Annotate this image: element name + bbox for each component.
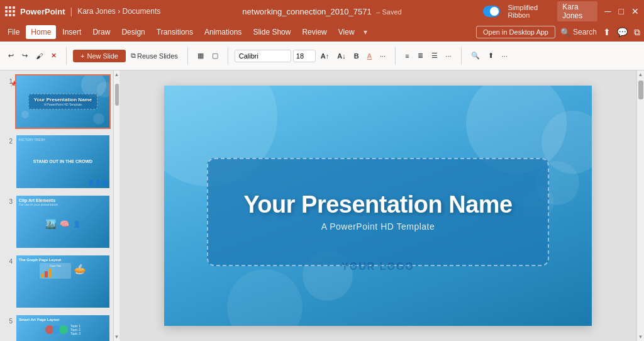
menu-item-insert[interactable]: Insert <box>57 25 86 39</box>
open-desktop-button[interactable]: Open in Desktop App <box>476 26 555 38</box>
slide-canvas[interactable]: Your Presentation Name A PowerPoint HD T… <box>164 86 592 327</box>
slide-4-number: 4 <box>4 254 13 265</box>
delete-button[interactable]: ✕ <box>48 50 60 62</box>
slide-3-thumb[interactable]: Clip Art Elements For use in your presen… <box>15 194 111 249</box>
menu-item-home[interactable]: Home <box>26 25 56 39</box>
ribbon-separator-4 <box>395 47 396 65</box>
slide-panel-scrollbar[interactable]: ▲ ▼ <box>113 70 119 341</box>
slide-4-bar-chart <box>41 269 70 277</box>
slide-5-preview: Smart Art Page Layout Topic 1Topic 2Topi… <box>16 315 109 341</box>
minimize-button[interactable]: ─ <box>605 6 611 16</box>
search-label[interactable]: Search <box>573 28 597 36</box>
slide-3-header: Clip Art Elements For use in your presen… <box>19 198 107 206</box>
ribbon-separator-1 <box>66 47 67 65</box>
user-name[interactable]: Kara Jones <box>557 1 597 21</box>
bold-button[interactable]: B <box>351 50 362 62</box>
slide-5-content: Topic 1Topic 2Topic 3 <box>45 324 80 335</box>
new-slide-icon: + <box>80 52 84 60</box>
slide-4-title: The Graph Page Layout <box>19 258 61 262</box>
menu-item-design[interactable]: Design <box>116 25 150 39</box>
share-icon[interactable]: ⬆ <box>602 26 612 39</box>
insert-icon-button[interactable]: ⬆ <box>485 50 497 62</box>
main-canvas: Your Presentation Name A PowerPoint HD T… <box>119 70 636 341</box>
redo-button[interactable]: ↪ <box>19 50 31 62</box>
slide-4-chart-area: Chart Title <box>40 263 71 279</box>
font-decrease-button[interactable]: A↓ <box>334 50 348 62</box>
logo-text: YOUR LOGO <box>341 261 414 272</box>
scroll-up-arrow[interactable]: ▲ <box>114 72 119 77</box>
font-size-input[interactable] <box>293 50 316 62</box>
search-button[interactable]: 🔍 <box>468 50 483 62</box>
breadcrumb[interactable]: Kara Jones › Documents <box>77 7 160 16</box>
slide-4-pie: 🥧 <box>74 263 86 279</box>
scroll-thumb <box>115 84 119 106</box>
font-name-input[interactable] <box>235 50 291 62</box>
scroll-down-arrow[interactable]: ▼ <box>114 334 119 340</box>
slide-2-container: 2 FACTORY FRESH STAND OUT IN THE CROWD 👤… <box>4 134 111 189</box>
ribbon-separator-5 <box>461 47 462 65</box>
simplified-ribbon-label: Simplified Ribbon <box>508 4 550 19</box>
more-list-button[interactable]: ··· <box>443 50 455 62</box>
layout-icon-2[interactable]: ▢ <box>209 50 221 62</box>
circle-deco-4 <box>21 111 29 118</box>
align-button[interactable]: ☰ <box>428 50 441 62</box>
menu-item-draw[interactable]: Draw <box>87 25 115 39</box>
numbered-list-button[interactable]: ≣ <box>414 50 426 62</box>
bullet-list-button[interactable]: ≡ <box>402 50 412 62</box>
main-scroll-thumb <box>638 81 643 99</box>
more-font-button[interactable]: ··· <box>377 50 389 62</box>
format-painter-button[interactable]: 🖌 <box>33 50 46 62</box>
comment-icon[interactable]: 💬 <box>616 26 629 39</box>
slide-5-thumb[interactable]: Smart Art Page Layout Topic 1Topic 2Topi… <box>15 314 111 341</box>
slide-4-content: Chart Title 🥧 <box>40 263 86 279</box>
more-menu-icon[interactable]: ▾ <box>361 28 370 36</box>
ribbon-separator-2 <box>187 47 188 65</box>
main-slide-subtitle: A PowerPoint HD Template <box>321 221 435 232</box>
main-scroll-up-arrow[interactable]: ▲ <box>638 72 643 77</box>
app-grid-icon[interactable] <box>5 6 15 16</box>
smart-circle-3 <box>59 325 68 334</box>
maximize-button[interactable]: □ <box>619 6 624 16</box>
font-increase-button[interactable]: A↑ <box>318 50 332 62</box>
menu-item-slideshow[interactable]: Slide Show <box>248 25 296 39</box>
circle-deco-2 <box>97 82 109 98</box>
menu-item-transitions[interactable]: Transitions <box>152 25 198 39</box>
simplified-ribbon-toggle[interactable] <box>483 6 500 17</box>
slide-1-thumb-title: Your Presentation Name <box>34 97 92 103</box>
ribbon-toolbar: ↩ ↪ 🖌 ✕ + New Slide ⧉ Reuse Slides ▦ ▢ A… <box>0 42 644 70</box>
saved-status: – Saved <box>376 8 401 16</box>
circle-deco-3 <box>93 113 104 125</box>
layout-icon-1[interactable]: ▦ <box>194 50 207 62</box>
more-ribbon-button[interactable]: ··· <box>499 50 511 62</box>
main-scrollbar[interactable]: ▲ ▼ <box>636 70 644 341</box>
close-button[interactable]: ✕ <box>631 6 639 16</box>
slide-background: Your Presentation Name A PowerPoint HD T… <box>164 86 592 327</box>
menu-bar-icons: ⬆ 💬 ⧉ <box>602 26 641 39</box>
slide-4-preview: The Graph Page Layout Chart Title 🥧 <box>16 255 109 308</box>
undo-button[interactable]: ↩ <box>5 50 17 62</box>
menu-item-review[interactable]: Review <box>297 25 331 39</box>
title-separator: | <box>70 6 73 16</box>
menu-item-animations[interactable]: Animations <box>199 25 247 39</box>
slide-4-thumb[interactable]: The Graph Page Layout Chart Title 🥧 <box>15 254 111 309</box>
menu-item-view[interactable]: View <box>333 25 360 39</box>
scroll-track <box>114 77 119 334</box>
reuse-slides-icon: ⧉ <box>131 52 136 60</box>
menu-bar-right: Open in Desktop App 🔍 Search ⬆ 💬 ⧉ <box>476 26 641 39</box>
slide-1-thumb[interactable]: 📌 Your Presentation Name A PowerPoint HD… <box>15 74 111 129</box>
bar-3 <box>48 269 52 277</box>
new-slide-button[interactable]: + New Slide <box>73 50 126 62</box>
highlight-button[interactable]: A <box>364 50 375 62</box>
reuse-slides-button[interactable]: ⧉ Reuse Slides <box>128 50 181 62</box>
menu-bar: File Home Insert Draw Design Transitions… <box>0 23 644 42</box>
logo-placeholder: YOUR LOGO <box>341 259 414 273</box>
slide-2-thumb[interactable]: FACTORY FRESH STAND OUT IN THE CROWD 👤👤👤 <box>15 134 111 189</box>
search-bar[interactable]: 🔍 Search <box>560 28 597 37</box>
menu-item-file[interactable]: File <box>3 25 25 39</box>
ribbon-layout-group: ▦ ▢ <box>194 50 221 62</box>
present-icon[interactable]: ⧉ <box>633 26 641 39</box>
bar-1 <box>41 274 44 277</box>
bar-2 <box>45 271 48 277</box>
main-scroll-down-arrow[interactable]: ▼ <box>638 334 643 340</box>
slide-5-text: Topic 1Topic 2Topic 3 <box>70 324 80 335</box>
